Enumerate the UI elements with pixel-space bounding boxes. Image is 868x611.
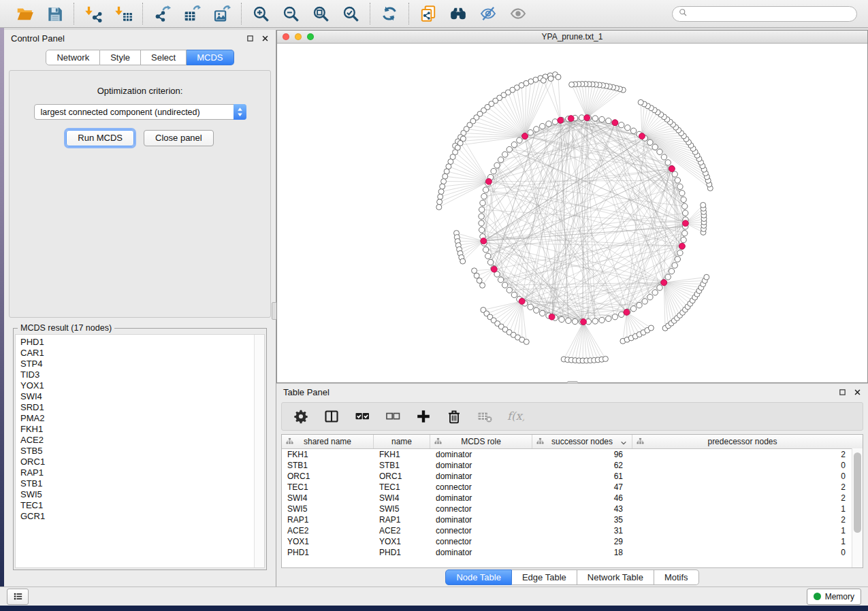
- table-cell[interactable]: 2: [632, 482, 852, 492]
- tab-mcds[interactable]: MCDS: [187, 50, 234, 65]
- table-row[interactable]: TEC1TEC1connector472: [282, 482, 863, 493]
- tab-edge-table[interactable]: Edge Table: [512, 569, 577, 585]
- mcds-result-item[interactable]: RAP1: [20, 467, 253, 478]
- mcds-result-item[interactable]: SRD1: [20, 402, 253, 413]
- criterion-dropdown[interactable]: largest connected component (undirected): [34, 104, 246, 120]
- delete-button[interactable]: [445, 408, 463, 425]
- refresh-button[interactable]: [379, 3, 400, 24]
- mcds-result-item[interactable]: SWI4: [20, 391, 253, 402]
- table-scrollbar[interactable]: [852, 448, 863, 567]
- run-mcds-button[interactable]: Run MCDS: [66, 130, 134, 146]
- table-cell[interactable]: SWI4: [374, 493, 430, 503]
- table-cell[interactable]: dominator: [430, 472, 532, 481]
- close-panel-button[interactable]: Close panel: [144, 130, 214, 146]
- table-cell[interactable]: 1: [632, 537, 852, 546]
- tab-network-table[interactable]: Network Table: [577, 569, 654, 585]
- table-cell[interactable]: STB1: [282, 461, 374, 470]
- task-history-button[interactable]: [7, 589, 29, 605]
- float-icon[interactable]: [246, 35, 254, 42]
- function-button[interactable]: f(x): [507, 408, 524, 425]
- export-image-button[interactable]: [212, 3, 232, 24]
- table-cell[interactable]: 2: [632, 515, 852, 525]
- table-cell[interactable]: connector: [430, 537, 532, 546]
- table-cell[interactable]: ACE2: [282, 526, 374, 535]
- table-cell[interactable]: FKH1: [282, 450, 374, 459]
- mcds-result-item[interactable]: STB5: [20, 446, 253, 457]
- table-cell[interactable]: YOX1: [282, 537, 374, 546]
- table-row[interactable]: ACE2ACE2connector311: [282, 525, 863, 536]
- mcds-result-item[interactable]: ORC1: [20, 457, 253, 467]
- search-input[interactable]: [692, 8, 851, 19]
- close-window-icon[interactable]: [283, 33, 289, 40]
- table-cell[interactable]: 1: [632, 526, 852, 535]
- mcds-result-list[interactable]: PHD1CAR1STP4TID3YOX1SWI4SRD1PMA2FKH1ACE2…: [15, 334, 265, 568]
- table-cell[interactable]: dominator: [430, 450, 532, 459]
- show-all-button[interactable]: [508, 3, 528, 24]
- table-cell[interactable]: dominator: [430, 548, 532, 557]
- table-cell[interactable]: 29: [532, 537, 632, 546]
- column-header-predecessor-nodes[interactable]: predecessor nodes: [632, 435, 852, 448]
- column-header-shared-name[interactable]: shared name: [282, 435, 374, 448]
- table-cell[interactable]: 1: [632, 504, 852, 514]
- mcds-result-item[interactable]: PMA2: [20, 413, 253, 424]
- table-cell[interactable]: 18: [532, 548, 632, 557]
- mcds-result-item[interactable]: FKH1: [20, 424, 253, 435]
- zoom-in-button[interactable]: [251, 3, 271, 24]
- mcds-result-item[interactable]: STP4: [20, 359, 253, 369]
- mcds-result-item[interactable]: GCR1: [20, 511, 253, 522]
- import-table-button[interactable]: [113, 3, 133, 24]
- search-network-button[interactable]: [448, 3, 468, 24]
- table-row[interactable]: FKH1FKH1dominator962: [282, 449, 863, 460]
- table-cell[interactable]: TEC1: [282, 482, 374, 492]
- table-cell[interactable]: 62: [532, 461, 632, 470]
- table-row[interactable]: ORC1ORC1dominator610: [282, 471, 863, 482]
- table-cell[interactable]: ORC1: [282, 472, 374, 481]
- mcds-result-item[interactable]: YOX1: [20, 380, 253, 391]
- tab-style[interactable]: Style: [100, 50, 141, 65]
- table-scrollbar-thumb[interactable]: [854, 452, 861, 533]
- memory-button[interactable]: Memory: [807, 589, 861, 605]
- table-cell[interactable]: PHD1: [282, 548, 374, 557]
- table-row[interactable]: YOX1YOX1connector291: [282, 536, 863, 547]
- column-header-MCDS-role[interactable]: MCDS role: [430, 435, 532, 448]
- mcds-result-item[interactable]: TEC1: [20, 500, 253, 511]
- zoom-fit-button[interactable]: [310, 3, 331, 24]
- table-cell[interactable]: connector: [430, 504, 532, 514]
- table-cell[interactable]: FKH1: [374, 450, 430, 459]
- destroy-table-button[interactable]: [476, 408, 494, 425]
- table-row[interactable]: PHD1PHD1dominator180: [282, 547, 863, 558]
- table-cell[interactable]: connector: [430, 482, 532, 492]
- zoom-out-button[interactable]: [280, 3, 301, 24]
- mcds-result-item[interactable]: STB1: [20, 478, 253, 489]
- column-header-name[interactable]: name: [374, 435, 430, 448]
- table-row[interactable]: RAP1RAP1dominator352: [282, 514, 863, 525]
- table-cell[interactable]: STB1: [374, 461, 430, 470]
- tab-network[interactable]: Network: [46, 50, 100, 65]
- select-all-button[interactable]: [353, 408, 371, 425]
- open-file-button[interactable]: [14, 3, 35, 24]
- table-cell[interactable]: 31: [532, 526, 632, 535]
- mcds-result-item[interactable]: SWI5: [20, 489, 253, 500]
- table-cell[interactable]: 0: [632, 461, 852, 470]
- export-network-button[interactable]: [152, 3, 172, 24]
- table-cell[interactable]: ORC1: [374, 472, 430, 481]
- table-cell[interactable]: RAP1: [374, 515, 430, 525]
- table-cell[interactable]: connector: [430, 526, 532, 535]
- search-box[interactable]: [672, 6, 857, 22]
- table-cell[interactable]: dominator: [430, 493, 532, 503]
- network-canvas[interactable]: [277, 44, 867, 382]
- table-cell[interactable]: SWI4: [282, 493, 374, 503]
- zoom-selected-button[interactable]: [340, 3, 361, 24]
- table-cell[interactable]: ACE2: [374, 526, 430, 535]
- minimize-window-icon[interactable]: [295, 33, 302, 40]
- column-view-button[interactable]: [323, 408, 340, 425]
- deselect-all-button[interactable]: [384, 408, 402, 425]
- table-cell[interactable]: 46: [532, 493, 632, 503]
- table-cell[interactable]: SWI5: [374, 504, 430, 514]
- table-cell[interactable]: dominator: [430, 461, 532, 470]
- table-cell[interactable]: 2: [632, 450, 852, 459]
- network-window-titlebar[interactable]: YPA_prune.txt_1: [277, 31, 867, 44]
- table-cell[interactable]: dominator: [430, 515, 532, 525]
- table-cell[interactable]: YOX1: [374, 537, 430, 546]
- table-cell[interactable]: 43: [532, 504, 632, 514]
